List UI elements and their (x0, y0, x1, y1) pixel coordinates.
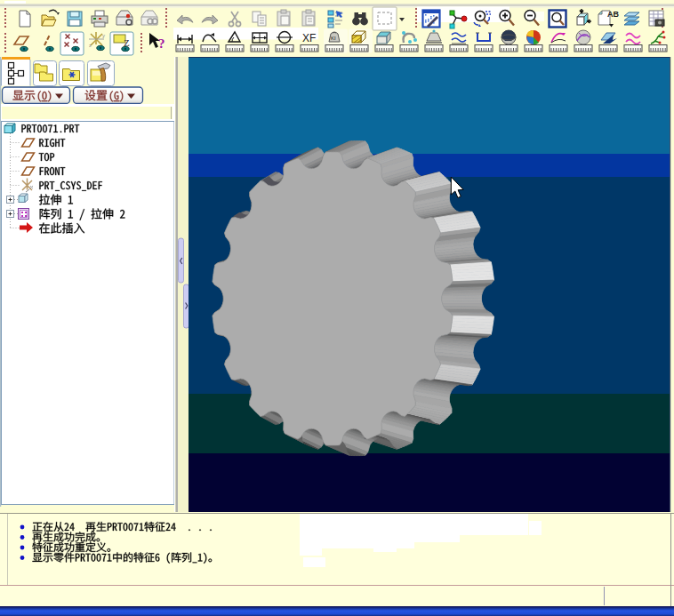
svg-text:AB: AB (607, 10, 619, 19)
svg-text:y: y (102, 33, 105, 38)
svg-text:z: z (89, 43, 92, 48)
svg-text:?: ? (158, 36, 165, 51)
svg-text:KI: KI (331, 36, 336, 41)
svg-text:XF: XF (302, 32, 316, 44)
